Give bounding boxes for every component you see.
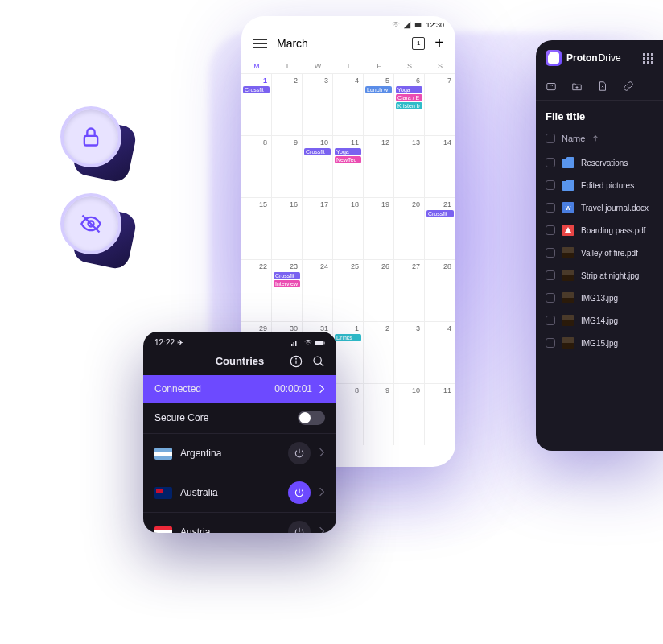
drive-column-header[interactable]: Name (536, 129, 663, 151)
calendar-cell[interactable]: 14 (425, 135, 455, 197)
calendar-cell[interactable]: 25 (333, 259, 364, 321)
flag-icon (154, 448, 172, 460)
secure-core-toggle[interactable] (298, 411, 325, 425)
file-checkbox[interactable] (546, 180, 555, 190)
signal-icon (403, 21, 411, 29)
calendar-cell[interactable]: 18 (333, 197, 364, 259)
calendar-event[interactable]: Lunch w (365, 86, 392, 93)
calendar-cell[interactable]: 1Crossfit (241, 73, 272, 135)
connection-status-row[interactable]: Connected 00:00:01 (143, 375, 336, 402)
country-row[interactable]: Austria (143, 513, 336, 533)
file-type-icon (562, 157, 574, 168)
wifi-icon (392, 21, 400, 29)
file-row[interactable]: Reservations (536, 151, 663, 174)
calendar-event[interactable]: Yoga (335, 148, 361, 155)
calendar-cell[interactable]: 9 (364, 383, 394, 445)
select-all-checkbox[interactable] (546, 134, 555, 143)
file-row[interactable]: IMG14.jpg (536, 309, 663, 332)
calendar-cell[interactable]: 1Drinks (333, 321, 364, 383)
menu-button[interactable] (253, 39, 267, 48)
calendar-cell[interactable]: 4 (333, 73, 364, 135)
calendar-cell[interactable]: 3 (394, 321, 425, 383)
connect-button[interactable] (288, 442, 311, 464)
calendar-cell[interactable]: 15 (241, 197, 272, 259)
chevron-right-icon (319, 487, 325, 499)
calendar-cell[interactable]: 3 (303, 73, 333, 135)
file-row[interactable]: Boarding pass.pdf (536, 219, 663, 242)
link-icon[interactable] (623, 80, 634, 92)
calendar-cell[interactable]: 12 (364, 135, 394, 197)
calendar-cell[interactable]: 17 (303, 197, 333, 259)
calendar-cell[interactable]: 6YogaClara / EKristen b (394, 73, 425, 135)
add-event-button[interactable]: + (434, 34, 444, 52)
file-row[interactable]: Travel journal.docx (536, 196, 663, 219)
calendar-event[interactable]: Interview (274, 280, 300, 287)
calendar-event[interactable]: Crossfit (274, 272, 300, 279)
sort-asc-icon[interactable] (591, 134, 599, 142)
calendar-event[interactable]: NewTec (335, 156, 361, 163)
dow-label: T (272, 62, 303, 70)
chevron-right-icon (319, 526, 325, 534)
calendar-cell[interactable]: 26 (364, 259, 394, 321)
calendar-event[interactable]: Yoga (396, 86, 422, 93)
calendar-cell[interactable]: 10 (394, 383, 425, 445)
search-icon[interactable] (312, 355, 325, 368)
drive-toolbar (536, 74, 663, 101)
my-files-icon[interactable] (546, 80, 557, 92)
file-checkbox[interactable] (546, 293, 555, 303)
info-icon[interactable] (290, 355, 303, 368)
file-row[interactable]: IMG13.jpg (536, 287, 663, 309)
calendar-cell[interactable]: 4 (425, 321, 455, 383)
calendar-cell[interactable]: 8 (333, 383, 364, 445)
calendar-cell[interactable]: 22 (241, 259, 272, 321)
calendar-cell[interactable]: 20 (394, 197, 425, 259)
calendar-cell[interactable]: 2 (364, 321, 394, 383)
chevron-right-icon (319, 448, 325, 460)
calendar-event[interactable]: Crossfit (426, 210, 454, 217)
calendar-event[interactable]: Drinks (335, 334, 361, 341)
apps-grid-icon[interactable] (643, 53, 653, 64)
file-row[interactable]: Valley of fire.pdf (536, 242, 663, 264)
calendar-cell[interactable]: 7 (425, 73, 455, 135)
calendar-cell[interactable]: 23CrossfitInterview (272, 259, 303, 321)
calendar-cell[interactable]: 16 (272, 197, 303, 259)
calendar-cell[interactable]: 27 (394, 259, 425, 321)
file-checkbox[interactable] (546, 270, 555, 280)
calendar-event[interactable]: Crossfit (243, 86, 270, 93)
file-checkbox[interactable] (546, 158, 555, 167)
upload-file-icon[interactable] (597, 80, 608, 92)
drive-section-title: File title (536, 101, 663, 129)
calendar-cell[interactable]: 21Crossfit (425, 197, 455, 259)
file-checkbox[interactable] (546, 316, 555, 325)
calendar-cell[interactable]: 24 (303, 259, 333, 321)
calendar-cell[interactable]: 11 (425, 383, 455, 445)
new-folder-icon[interactable] (571, 80, 583, 92)
file-row[interactable]: Strip at night.jpg (536, 264, 663, 287)
calendar-cell[interactable]: 9 (272, 135, 303, 197)
dow-label: S (425, 62, 455, 70)
calendar-cell[interactable]: 13 (394, 135, 425, 197)
file-checkbox[interactable] (546, 338, 555, 348)
file-type-icon (562, 292, 574, 303)
country-row[interactable]: Australia (143, 473, 336, 513)
connect-button[interactable] (288, 521, 311, 533)
calendar-event[interactable]: Clara / E (396, 94, 422, 101)
file-checkbox[interactable] (546, 203, 555, 213)
calendar-event[interactable]: Kristen b (396, 102, 422, 109)
file-row[interactable]: Edited pictures (536, 174, 663, 196)
country-row[interactable]: Argentina (143, 434, 336, 473)
calendar-event[interactable]: Crossfit (304, 148, 331, 155)
today-button[interactable]: 1 (412, 37, 425, 50)
calendar-cell[interactable]: 28 (425, 259, 455, 321)
calendar-cell[interactable]: 5Lunch w (364, 73, 394, 135)
calendar-cell[interactable]: 11YogaNewTec (333, 135, 364, 197)
file-checkbox[interactable] (546, 225, 555, 235)
calendar-cell[interactable]: 8 (241, 135, 272, 197)
file-row[interactable]: IMG15.jpg (536, 332, 663, 354)
connect-button[interactable] (288, 481, 311, 504)
calendar-cell[interactable]: 19 (364, 197, 394, 259)
calendar-cell[interactable]: 2 (272, 73, 303, 135)
file-checkbox[interactable] (546, 248, 555, 258)
date-number: 11 (426, 386, 454, 395)
calendar-cell[interactable]: 10Crossfit (303, 135, 333, 197)
